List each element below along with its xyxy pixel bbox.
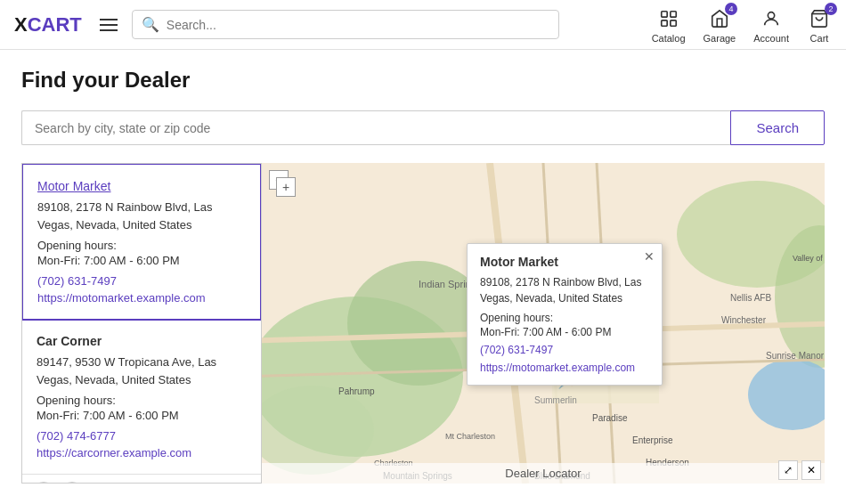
svg-text:Nellis AFB: Nellis AFB xyxy=(730,293,771,303)
dealer-phone-motor-market[interactable]: (702) 631-7497 xyxy=(37,274,246,288)
dealer-hours-label-motor-market: Opening hours: xyxy=(37,239,246,252)
popup-phone[interactable]: (702) 631-7497 xyxy=(480,344,649,356)
svg-point-4 xyxy=(768,12,774,18)
nav-catalog[interactable]: Catalog xyxy=(652,6,686,44)
svg-text:Sunrise Manor: Sunrise Manor xyxy=(766,351,825,361)
dealer-name-motor-market[interactable]: Motor Market xyxy=(37,179,246,193)
nav-cart[interactable]: 2 Cart xyxy=(807,6,832,44)
dealer-address-car-corner: 89147, 9530 W Tropicana Ave, Las Vegas, … xyxy=(37,354,247,388)
dealer-card-motor-market: Motor Market 89108, 2178 N Rainbow Blvd,… xyxy=(21,163,262,321)
dealer-hours-label-car-corner: Opening hours: xyxy=(37,394,247,407)
account-icon xyxy=(761,9,781,28)
svg-text:Paradise: Paradise xyxy=(592,413,628,423)
account-icon-wrap xyxy=(759,6,784,31)
map-zoom-controls: + − xyxy=(269,170,289,190)
nav-garage[interactable]: 4 Garage xyxy=(704,6,736,44)
map-corner-buttons: ⤢ ✕ xyxy=(778,460,821,480)
header-search-input[interactable] xyxy=(167,18,549,32)
header-search-icon: 🔍 xyxy=(142,16,159,33)
dealer-hours-car-corner: Mon-Fri: 7:00 AM - 6:00 PM xyxy=(37,409,247,422)
popup-url[interactable]: https://motomarket.example.com xyxy=(480,362,635,374)
garage-label: Garage xyxy=(704,33,736,44)
dealer-search-bar: Search xyxy=(21,110,825,145)
map-popup: ✕ Motor Market 89108, 2178 N Rainbow Blv… xyxy=(467,243,663,386)
hamburger-button[interactable] xyxy=(96,15,121,35)
garage-icon-wrap: 4 xyxy=(707,6,732,31)
page-title: Find your Dealer xyxy=(21,68,825,93)
cart-badge: 2 xyxy=(825,3,837,15)
dealer-name-car-corner[interactable]: Car Corner xyxy=(37,334,247,348)
dealer-url-motor-market[interactable]: https://motomarket.example.com xyxy=(37,291,246,305)
scroll-buttons: ← → xyxy=(22,475,261,484)
account-label: Account xyxy=(753,33,789,44)
svg-text:Pahrump: Pahrump xyxy=(338,386,375,396)
svg-text:Mt Charleston: Mt Charleston xyxy=(445,432,495,441)
dealer-list: Motor Market 89108, 2178 N Rainbow Blvd,… xyxy=(21,163,262,484)
content-area: Motor Market 89108, 2178 N Rainbow Blvd,… xyxy=(21,163,825,484)
cart-label: Cart xyxy=(810,33,829,44)
logo-x: X xyxy=(14,13,28,37)
svg-rect-0 xyxy=(661,11,666,16)
scroll-prev-button[interactable]: ← xyxy=(33,482,54,484)
svg-text:Valley of Fire State Park: Valley of Fire State Park xyxy=(793,254,825,263)
dealer-search-input[interactable] xyxy=(21,110,730,145)
logo: XCART xyxy=(14,13,82,37)
catalog-icon-wrap xyxy=(656,6,681,31)
header-nav-icons: Catalog 4 Garage Account 2 Cart xyxy=(652,6,832,44)
svg-rect-2 xyxy=(661,20,666,25)
popup-dealer-address: 89108, 2178 N Rainbow Blvd, Las Vegas, N… xyxy=(480,274,649,306)
logo-cart: CART xyxy=(28,13,82,37)
main-content: Find your Dealer Search Motor Market 891… xyxy=(0,50,846,484)
svg-text:Winchester: Winchester xyxy=(721,315,767,325)
svg-rect-1 xyxy=(670,11,675,16)
map-close-button[interactable]: ✕ xyxy=(801,460,821,480)
popup-hours-label: Opening hours: xyxy=(480,312,649,324)
svg-rect-3 xyxy=(670,20,675,25)
map-expand-button[interactable]: ⤢ xyxy=(778,460,798,480)
dealer-search-button[interactable]: Search xyxy=(730,110,825,145)
garage-badge: 4 xyxy=(725,3,737,15)
hamburger-line-1 xyxy=(100,19,118,20)
popup-dealer-name: Motor Market xyxy=(480,255,649,269)
dealer-phone-car-corner[interactable]: (702) 474-6777 xyxy=(37,429,247,443)
dealer-url-car-corner[interactable]: https://carcorner.example.com xyxy=(37,446,247,459)
hamburger-line-3 xyxy=(100,29,118,31)
popup-close-button[interactable]: ✕ xyxy=(644,249,655,264)
header-search-bar: 🔍 xyxy=(132,10,559,39)
svg-text:Enterprise: Enterprise xyxy=(632,435,673,445)
popup-hours: Mon-Fri: 7:00 AM - 6:00 PM xyxy=(480,326,649,338)
dealer-address-motor-market: 89108, 2178 N Rainbow Blvd, Las Vegas, N… xyxy=(37,199,246,233)
dealer-hours-motor-market: Mon-Fri: 7:00 AM - 6:00 PM xyxy=(37,254,246,267)
cart-icon-wrap: 2 xyxy=(807,6,832,31)
map-area: Indian Springs Pahrump Summerlin Las Veg… xyxy=(262,163,825,484)
catalog-label: Catalog xyxy=(652,33,686,44)
nav-account[interactable]: Account xyxy=(753,6,789,44)
zoom-in-button[interactable]: + xyxy=(276,177,296,197)
map-label: Dealer Locator xyxy=(262,463,825,484)
catalog-icon xyxy=(659,9,679,28)
header: XCART 🔍 Catalog 4 Garage xyxy=(0,0,846,50)
hamburger-line-2 xyxy=(100,24,118,26)
svg-text:Summerlin: Summerlin xyxy=(534,395,577,405)
scroll-next-button[interactable]: → xyxy=(61,482,83,484)
dealer-card-car-corner: Car Corner 89147, 9530 W Tropicana Ave, … xyxy=(22,320,261,475)
